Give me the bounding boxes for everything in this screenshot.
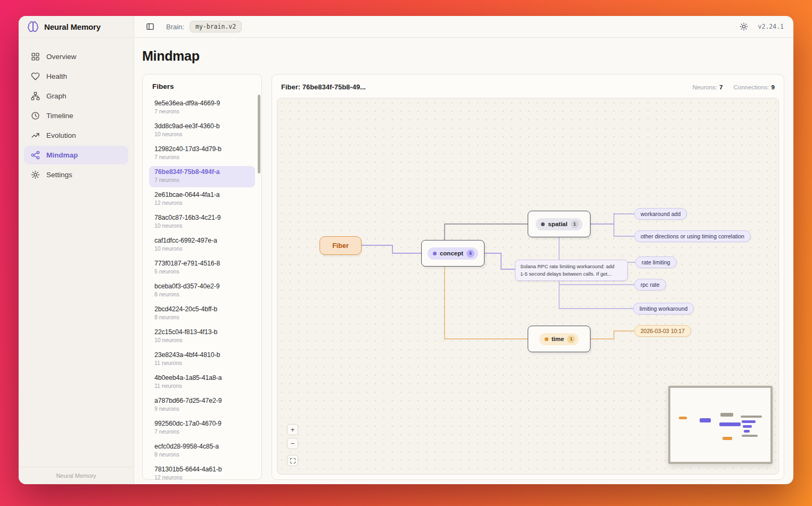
fiber-item[interactable]: 4b0eeb4a-1a85-41a8-a11 neurons — [149, 372, 255, 393]
fiber-item[interactable]: 78ac0c87-16b3-4c21-910 neurons — [149, 212, 255, 233]
theme-toggle-button[interactable] — [738, 21, 750, 32]
topbar-right: v2.24.1 — [738, 21, 784, 32]
fiber-root-node[interactable]: Fiber — [319, 236, 362, 255]
content: Mindmap Fibers 9e5e36ea-df9a-4669-97 neu… — [134, 38, 793, 484]
sidebar-item-timeline[interactable]: Timeline — [24, 106, 128, 125]
maximize-icon — [290, 458, 296, 464]
scrollbar-thumb[interactable] — [258, 95, 260, 173]
fiber-id: 12982c40-17d3-4d79-b — [154, 145, 250, 153]
sidebar-item-label: Settings — [46, 171, 72, 179]
app-title: Neural Memory — [44, 22, 101, 31]
sidebar-item-overview[interactable]: Overview — [24, 47, 128, 66]
fiber-neuron-count: 10 neurons — [154, 222, 250, 229]
concept-node[interactable]: concept 5 — [421, 240, 485, 267]
minimap-bar — [742, 420, 756, 423]
fiber-neuron-count: 8 neurons — [154, 451, 250, 458]
minimap-bar — [720, 413, 733, 417]
fiber-item[interactable]: 76be834f-75b8-494f-a7 neurons — [149, 166, 255, 187]
fiber-id: 781301b5-6644-4a61-b — [154, 466, 250, 473]
fiber-id: 22c15c04-f813-4f13-b — [154, 328, 250, 336]
fullscreen-button[interactable] — [287, 455, 298, 466]
panels-row: Fibers 9e5e36ea-df9a-4669-97 neurons3dd8… — [142, 74, 784, 480]
fiber-item[interactable]: 2bcd4224-20c5-4bff-b8 neurons — [149, 303, 255, 325]
neurons-stat-value: 7 — [719, 84, 723, 90]
fiber-neuron-count: 11 neurons — [154, 383, 250, 389]
trending-up-icon — [31, 131, 40, 140]
gear-icon — [31, 170, 40, 179]
sidebar-item-label: Overview — [46, 53, 76, 61]
fiber-item[interactable]: 992560dc-17a0-4670-97 neurons — [149, 418, 255, 439]
fiber-item[interactable]: 781301b5-6644-4a61-b12 neurons — [149, 463, 255, 480]
grid-icon — [31, 52, 40, 61]
fiber-id: 2bcd4224-20c5-4bff-b — [154, 305, 250, 313]
mindmap-stats: Neurons:7 Connections:9 — [692, 84, 775, 90]
minimap[interactable] — [668, 386, 773, 464]
time-node[interactable]: time 1 — [528, 326, 590, 352]
fiber-id: bceba0f3-d357-40e2-9 — [154, 283, 250, 290]
fibers-list: 9e5e36ea-df9a-4669-97 neurons3dd8c9ad-ee… — [149, 97, 255, 480]
leaf-node[interactable]: limiting workaround — [633, 303, 694, 314]
fiber-item[interactable]: 23e8243a-4bf4-4810-b11 neurons — [149, 349, 255, 370]
fiber-item[interactable]: caf1dfcc-6992-497e-a10 neurons — [149, 235, 255, 256]
leaf-node[interactable]: rpc rate — [634, 279, 666, 291]
fiber-item[interactable]: a787bd66-7d25-47e2-99 neurons — [149, 395, 255, 416]
brain-badge: my-brain.v2 — [190, 21, 242, 32]
fiber-item[interactable]: 12982c40-17d3-4d79-b7 neurons — [149, 143, 255, 164]
sidebar-item-health[interactable]: Health — [24, 67, 128, 86]
spatial-node[interactable]: spatial 1 — [528, 211, 590, 237]
mindmap-canvas[interactable]: Fiber concept 5 spatial — [277, 98, 779, 475]
app-window: Neural Memory Overview Health Graph Time… — [19, 16, 793, 484]
connections-stat-value: 9 — [772, 84, 775, 90]
fibers-panel: Fibers 9e5e36ea-df9a-4669-97 neurons3dd8… — [142, 74, 262, 480]
neurons-stat: Neurons:7 — [692, 84, 723, 90]
fiber-neuron-count: 12 neurons — [154, 474, 250, 480]
spatial-dot-icon — [541, 222, 545, 226]
note-node[interactable]: Solana RPC rate limiting workaround: add… — [515, 260, 628, 281]
clock-icon — [31, 111, 40, 120]
fiber-id: 4b0eeb4a-1a85-41a8-a — [154, 374, 250, 381]
sidebar-item-graph[interactable]: Graph — [24, 87, 128, 105]
sidebar-toggle-button[interactable] — [144, 20, 157, 33]
sun-icon — [740, 22, 748, 31]
sidebar-item-evolution[interactable]: Evolution — [24, 126, 128, 145]
fiber-neuron-count: 7 neurons — [154, 154, 250, 160]
main-area: Brain: my-brain.v2 v2.24.1 Mindmap Fiber… — [134, 16, 793, 484]
leaf-node[interactable]: workaround add — [634, 208, 687, 220]
minimap-bar — [700, 418, 711, 422]
fiber-id: 992560dc-17a0-4670-9 — [154, 420, 250, 427]
sidebar-item-mindmap[interactable]: Mindmap — [24, 146, 128, 164]
minimap-bar — [744, 430, 750, 433]
leaf-node-timestamp[interactable]: 2026-03-03 10:17 — [634, 325, 691, 337]
minimap-bar — [741, 416, 762, 418]
fiber-item[interactable]: 3dd8c9ad-ee3f-4360-b10 neurons — [149, 120, 255, 142]
time-pill: time 1 — [539, 333, 579, 345]
fiber-neuron-count: 12 neurons — [154, 200, 250, 206]
sidebar-item-settings[interactable]: Settings — [24, 165, 128, 184]
topbar: Brain: my-brain.v2 v2.24.1 — [134, 16, 793, 38]
spatial-count-badge: 1 — [571, 220, 579, 228]
fiber-item[interactable]: bceba0f3-d357-40e2-98 neurons — [149, 280, 255, 302]
brain-label: Brain: — [166, 23, 184, 31]
fiber-neuron-count: 7 neurons — [154, 177, 250, 183]
fiber-item[interactable]: 2e61bcae-0644-4fa1-a12 neurons — [149, 189, 255, 210]
concept-count-badge: 5 — [466, 250, 474, 258]
fiber-neuron-count: 7 neurons — [154, 428, 250, 435]
spatial-label: spatial — [548, 221, 567, 227]
note-line-1: Solana RPC rate limiting workaround: add — [520, 263, 622, 270]
leaf-node[interactable]: other directions or using timing correla… — [634, 230, 751, 242]
leaf-node[interactable]: rate limiting — [635, 256, 677, 268]
fiber-item[interactable]: 22c15c04-f813-4f13-b10 neurons — [149, 326, 255, 347]
sidebar-item-label: Health — [46, 72, 67, 80]
sidebar-item-label: Graph — [46, 92, 67, 100]
fiber-item[interactable]: 773f0187-e791-4516-85 neurons — [149, 258, 255, 279]
version-label: v2.24.1 — [758, 23, 784, 30]
connections-stat: Connections:9 — [733, 84, 775, 90]
fiber-item[interactable]: 9e5e36ea-df9a-4669-97 neurons — [149, 97, 255, 119]
zoom-out-button[interactable]: − — [287, 438, 298, 449]
concept-dot-icon — [433, 252, 437, 255]
time-dot-icon — [545, 337, 548, 341]
fiber-item[interactable]: ecfc0d28-9958-4c85-a8 neurons — [149, 441, 255, 462]
fiber-id: 773f0187-e791-4516-8 — [154, 260, 250, 267]
zoom-in-button[interactable]: + — [287, 424, 298, 435]
mindmap-header: Fiber: 76be834f-75b8-49... Neurons:7 Con… — [277, 79, 779, 98]
